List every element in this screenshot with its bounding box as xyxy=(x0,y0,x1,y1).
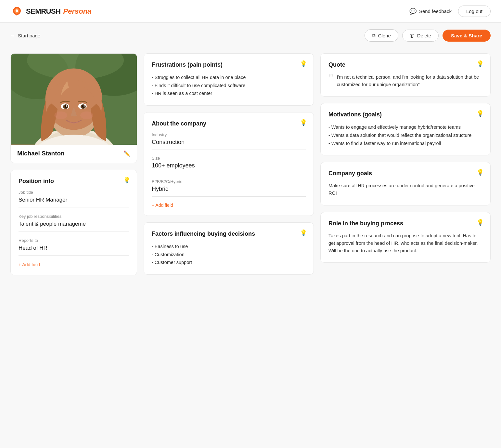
header: SEMRUSH Persona 💬 Send feedback Log out xyxy=(0,0,501,23)
add-field-link-position[interactable]: + Add field xyxy=(19,262,129,267)
type-value: Hybrid xyxy=(152,186,306,197)
quote-title: Quote xyxy=(328,61,482,68)
type-label: B2B/B2C/Hybrid xyxy=(152,179,306,184)
size-value: 100+ employees xyxy=(152,162,306,173)
responsibilities-value: Talent & people manageme xyxy=(19,221,129,231)
middle-column: 💡 Frustrations (pain points) - Struggles… xyxy=(144,53,314,275)
delete-button[interactable]: 🗑 Delete xyxy=(402,30,439,42)
start-page-label: Start page xyxy=(18,33,40,38)
profile-name-row: Michael Stanton ✏️ xyxy=(11,145,137,163)
industry-label: Industry xyxy=(152,132,306,137)
clone-label: Clone xyxy=(378,33,391,38)
feedback-icon: 💬 xyxy=(409,8,417,15)
svg-point-16 xyxy=(84,105,85,107)
factors-list: - Easiness to use - Customization - Cust… xyxy=(152,243,306,267)
size-field: Size 100+ employees xyxy=(152,156,306,173)
company-goals-card: 💡 Company goals Make sure all HR process… xyxy=(320,162,491,205)
position-info-card: 💡 Position info Job title Senior HR Mana… xyxy=(10,170,137,275)
size-label: Size xyxy=(152,156,306,161)
main-content: Michael Stanton ✏️ 💡 Position info Job t… xyxy=(0,48,501,286)
hint-icon-company: 💡 xyxy=(300,119,307,126)
motivations-title: Motivations (goals) xyxy=(328,111,482,118)
profile-photo xyxy=(11,54,137,145)
profile-card: Michael Stanton ✏️ xyxy=(10,53,137,163)
svg-point-17 xyxy=(54,112,67,119)
motivation-item-1: - Wants to engage and effectively manage… xyxy=(328,123,482,131)
about-company-card: 💡 About the company Industry Constructio… xyxy=(144,112,314,216)
logout-button[interactable]: Log out xyxy=(458,6,491,17)
industry-value: Construction xyxy=(152,139,306,150)
job-title-group: Job title Senior HR Manager xyxy=(19,190,129,207)
hint-icon-quote: 💡 xyxy=(477,60,484,67)
frustration-item-3: - HR is seen as a cost center xyxy=(152,89,306,98)
hint-icon-motivations: 💡 xyxy=(477,110,484,117)
svg-point-18 xyxy=(80,112,93,119)
delete-label: Delete xyxy=(417,33,431,38)
clone-button[interactable]: ⧉ Clone xyxy=(365,29,398,42)
responsibilities-group: Key job responsibilities Talent & people… xyxy=(19,214,129,231)
svg-point-15 xyxy=(66,105,67,107)
about-company-title: About the company xyxy=(152,120,306,127)
role-text: Takes part in the research and can propo… xyxy=(328,232,482,255)
industry-field: Industry Construction xyxy=(152,132,306,150)
add-field-link-company[interactable]: + Add field xyxy=(152,203,306,208)
edit-profile-icon[interactable]: ✏️ xyxy=(123,150,130,157)
right-column: 💡 Quote " I'm not a technical person, an… xyxy=(320,53,491,263)
frustration-item-2: - Finds it difficult to use complicated … xyxy=(152,82,306,90)
frustrations-list: - Struggles to collect all HR data in on… xyxy=(152,73,306,98)
frustrations-title: Frustrations (pain points) xyxy=(152,61,306,68)
hint-icon-factors: 💡 xyxy=(300,229,307,236)
position-info-title: Position info xyxy=(19,178,129,185)
reports-to-label: Reports to xyxy=(19,238,129,243)
factor-item-2: - Customization xyxy=(152,251,306,259)
factors-card: 💡 Factors influencing buying decisions -… xyxy=(144,222,314,275)
quote-content: " I'm not a technical person, and I'm lo… xyxy=(328,73,482,88)
role-title: Role in the buying process xyxy=(328,220,482,227)
frustration-item-1: - Struggles to collect all HR data in on… xyxy=(152,73,306,82)
send-feedback-label: Send feedback xyxy=(419,8,452,14)
motivation-item-2: - Wants a data solution that would refle… xyxy=(328,131,482,139)
send-feedback-link[interactable]: 💬 Send feedback xyxy=(409,8,452,15)
hint-icon-position: 💡 xyxy=(123,177,130,184)
type-field: B2B/B2C/Hybrid Hybrid xyxy=(152,179,306,197)
job-title-label: Job title xyxy=(19,190,129,195)
logo: SEMRUSH Persona xyxy=(10,6,91,17)
hint-icon-role: 💡 xyxy=(477,219,484,226)
header-right: 💬 Send feedback Log out xyxy=(409,6,491,17)
semrush-logo-icon xyxy=(10,6,23,17)
frustrations-card: 💡 Frustrations (pain points) - Struggles… xyxy=(144,53,314,106)
role-card: 💡 Role in the buying process Takes part … xyxy=(320,212,491,263)
reports-to-value: Head of HR xyxy=(19,245,129,256)
back-arrow-icon: ← xyxy=(10,33,15,38)
portrait-svg xyxy=(11,54,137,145)
company-goals-title: Company goals xyxy=(328,170,482,177)
hint-icon-frustrations: 💡 xyxy=(300,60,307,67)
hint-icon-goals: 💡 xyxy=(477,169,484,176)
delete-icon: 🗑 xyxy=(410,33,415,38)
clone-icon: ⧉ xyxy=(372,33,376,38)
responsibilities-label: Key job responsibilities xyxy=(19,214,129,219)
start-page-link[interactable]: ← Start page xyxy=(10,33,40,38)
company-goals-text: Make sure all HR processes are under con… xyxy=(328,182,482,197)
logo-persona-text: Persona xyxy=(63,7,92,16)
motivations-list: - Wants to engage and effectively manage… xyxy=(328,123,482,147)
motivation-item-3: - Wants to find a faster way to run inte… xyxy=(328,139,482,148)
job-title-value: Senior HR Manager xyxy=(19,197,129,207)
factor-item-1: - Easiness to use xyxy=(152,243,306,251)
quote-text: I'm not a technical person, and I'm look… xyxy=(337,73,482,88)
factor-item-3: - Customer support xyxy=(152,258,306,267)
save-share-button[interactable]: Save & Share xyxy=(443,30,491,42)
profile-name: Michael Stanton xyxy=(17,150,65,157)
toolbar: ← Start page ⧉ Clone 🗑 Delete Save & Sha… xyxy=(0,23,501,48)
left-column: Michael Stanton ✏️ 💡 Position info Job t… xyxy=(10,53,137,275)
logo-semrush-text: SEMRUSH xyxy=(26,7,61,16)
reports-to-group: Reports to Head of HR xyxy=(19,238,129,256)
factors-title: Factors influencing buying decisions xyxy=(152,231,306,237)
quote-mark-icon: " xyxy=(328,72,334,85)
quote-card: 💡 Quote " I'm not a technical person, an… xyxy=(320,53,491,97)
toolbar-actions: ⧉ Clone 🗑 Delete Save & Share xyxy=(365,29,491,42)
motivations-card: 💡 Motivations (goals) - Wants to engage … xyxy=(320,103,491,155)
